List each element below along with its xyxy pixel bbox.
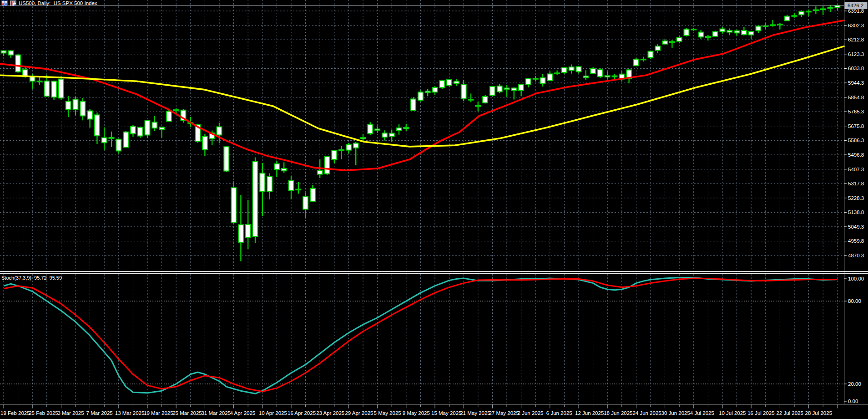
price-chart-canvas[interactable]: 6391.86302.36212.86123.36033.85944.35854… [0,0,868,419]
candle-body [691,29,696,30]
candle-body [66,101,71,109]
pane-separator[interactable] [0,271,868,274]
price-axis-label: 5228.3 [848,195,864,201]
current-price-value: 6426.2 [848,3,863,8]
candle-body [526,79,531,85]
stochastic-k-value: 95.72 [34,275,47,281]
candle-body [296,189,301,190]
candle-body [598,70,603,77]
candle-body [742,31,747,35]
price-axis-label: 6123.3 [848,51,864,57]
candle-body [670,41,675,42]
candle-body [612,76,617,77]
candle-body [447,80,452,85]
candle-body [684,29,689,36]
candle-body [706,36,711,37]
date-axis-label: 3 Mar 2025 [57,410,84,416]
candle-body [785,16,790,21]
date-axis-label: 25 Feb 2025 [29,410,58,416]
date-axis-label: 25 Mar 2025 [172,410,202,416]
candle-body [677,37,682,41]
current-price-box: 6426.2 [845,2,868,9]
date-axis-label: 12 Jun 2025 [575,410,604,416]
candle-body [713,32,718,36]
date-axis-label: 9 May 2025 [403,410,430,416]
candle-body [490,87,495,96]
candle-body [799,11,804,15]
candle-body [123,132,128,148]
chart-title: US500, Daily: US SPX 500 Index [19,0,97,6]
price-axis-label: 5317.8 [848,181,864,186]
price-axis-label: 4959.8 [848,238,864,244]
candle-body [734,31,739,33]
chart-window-icon[interactable] [1,0,8,6]
date-axis-label: 30 Jun 2025 [661,410,690,416]
price-axis-label: 4870.3 [848,253,864,258]
date-axis-label: 5 May 2025 [374,410,401,416]
candle-body [777,24,782,25]
candle-body [145,120,150,135]
date-axis-label: 21 May 2025 [460,410,490,416]
candle-body [497,86,502,92]
candle-body [662,41,667,44]
candle-body [763,26,768,27]
candle-body [813,10,818,11]
price-axis-label: 5765.3 [848,109,864,114]
candle-body [569,67,574,70]
candle-body [238,225,243,242]
candle-body [792,15,797,16]
date-axis-label: 24 Jun 2025 [632,410,661,416]
date-axis-label: 27 May 2025 [489,410,519,416]
candle-body [454,81,459,83]
date-axis-label: 10 Apr 2025 [259,410,287,416]
candle-body [756,26,761,31]
candle-body [73,99,78,110]
stoch-axis-label: 20.00 [848,381,861,387]
candle-body [260,173,265,192]
candle-body [346,144,351,150]
candle-body [749,31,754,35]
candle-body [425,91,430,92]
date-axis-label: 19 Mar 2025 [144,410,173,416]
candle-body [167,111,172,121]
candle-body [655,46,660,50]
candle-body [1,51,6,53]
candle-body [109,138,114,138]
candle-body [224,147,229,171]
date-axis-label: 19 Feb 2025 [0,410,30,416]
candle-body [159,128,164,130]
candle-body [511,88,516,90]
candle-body [37,81,42,82]
candle-body [641,59,646,60]
candle-body [461,84,466,99]
candle-body [152,122,157,128]
candle-body [720,29,725,32]
candle-body [332,150,337,159]
stoch-axis-label: 100.00 [848,276,864,281]
candle-body [102,138,107,143]
candle-body [59,79,64,98]
candle-body [339,150,344,151]
date-axis-label: 23 Apr 2025 [316,410,344,416]
candle-body [835,5,840,8]
price-axis-label: 5854.8 [848,95,864,100]
date-axis-label: 22 Jul 2025 [776,410,803,416]
candle-body [87,111,92,119]
candle-body [217,127,222,135]
price-axis-label: 6302.3 [848,23,864,28]
candle-body [289,181,294,191]
candle-body [770,25,775,26]
date-axis-label: 13 Mar 2025 [115,410,145,416]
candle-body [727,31,732,32]
candle-body [562,68,567,73]
candle-body [821,9,826,10]
price-axis-label: 5496.8 [848,152,864,158]
candle-body [648,51,653,58]
candle-body [30,77,35,81]
candle-body [828,7,833,8]
date-axis-label: 7 Mar 2025 [86,410,113,416]
candle-body [806,11,811,12]
candle-body [274,164,279,169]
candle-body [505,88,510,89]
chart-shortcut-icon[interactable] [10,0,16,6]
